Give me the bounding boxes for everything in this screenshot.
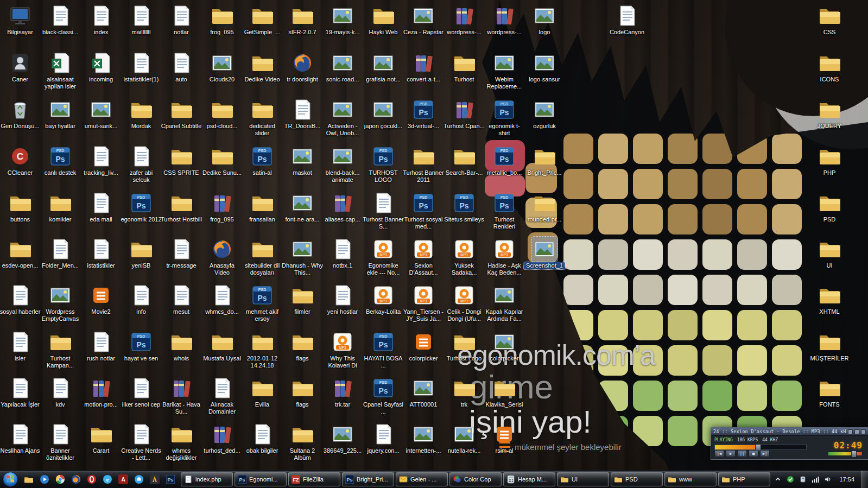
desktop-icon[interactable]: Screenshot_1: [524, 237, 565, 282]
usb-device-icon[interactable]: [799, 475, 807, 484]
desktop-icon[interactable]: Turhost Logo: [443, 329, 485, 375]
taskbar-button[interactable]: UI: [557, 472, 609, 486]
desktop-icon[interactable]: mesut: [161, 283, 202, 328]
desktop-icon[interactable]: tr-message: [161, 237, 202, 282]
desktop-icon[interactable]: FONTS: [809, 376, 850, 421]
desktop-icon[interactable]: Evilla: [242, 376, 283, 421]
desktop-icon[interactable]: rsim-al: [484, 422, 525, 467]
desktop-icon[interactable]: wordpress-...: [443, 3, 485, 49]
desktop-icon[interactable]: Turhost Banner S...: [363, 191, 404, 236]
desktop-icon[interactable]: PHP: [809, 144, 850, 189]
desktop-icon[interactable]: Yapılacak İşler: [0, 376, 41, 421]
desktop-icon[interactable]: bayi fiyatlar: [40, 97, 81, 143]
antivirus-icon[interactable]: [786, 475, 795, 484]
desktop-icon[interactable]: sitebuilder dil dosyaları: [242, 237, 283, 282]
desktop-icon[interactable]: 2012-01-12 14.24.18: [242, 329, 283, 375]
desktop-icon[interactable]: motion-pro...: [80, 376, 122, 421]
desktop-icon[interactable]: Turhost Kampan...: [40, 329, 81, 375]
desktop-icon[interactable]: sonic-road...: [322, 50, 363, 96]
desktop-icon[interactable]: istatistikler(1): [121, 50, 162, 96]
desktop-icon[interactable]: frog_095: [201, 191, 243, 236]
desktop-icon[interactable]: MP3Celik - Dongi Dongi (Ufu...: [443, 283, 485, 328]
desktop-icon[interactable]: esdev-open...: [0, 237, 41, 282]
winamp-stop-button[interactable]: ■: [749, 450, 758, 457]
desktop-icon[interactable]: isler: [0, 329, 41, 375]
messenger-icon[interactable]: [132, 472, 146, 486]
desktop-icon[interactable]: ilker senol cep: [121, 376, 162, 421]
desktop-icon[interactable]: maskot: [282, 144, 323, 189]
desktop-icon[interactable]: XHTML: [809, 283, 850, 328]
desktop-icon[interactable]: Bilgisayar: [0, 3, 41, 49]
desktop-icon[interactable]: CodeCanyon: [606, 3, 648, 49]
desktop-icon[interactable]: psd-cloud...: [201, 97, 243, 143]
media-player-icon[interactable]: [37, 472, 52, 486]
desktop-icon[interactable]: Turhost Cpan...: [443, 97, 485, 143]
desktop-icon[interactable]: Cpanel Subtitle: [161, 97, 202, 143]
desktop-icon[interactable]: TR_DoorsB...: [282, 97, 323, 143]
desktop-icon[interactable]: Hayki Web: [363, 3, 404, 49]
desktop-icon[interactable]: trk.tar: [322, 376, 363, 421]
desktop-icon[interactable]: index: [80, 3, 122, 49]
taskbar-button[interactable]: Color Cop: [449, 472, 502, 486]
desktop-icon[interactable]: sosyal haberler: [0, 283, 41, 328]
desktop-icon[interactable]: Clouds20: [201, 50, 243, 96]
desktop-icon[interactable]: Bright_Pric...: [524, 144, 565, 189]
desktop-icon[interactable]: logo-sansur: [524, 50, 565, 96]
desktop-icon[interactable]: dedicated slider: [242, 97, 283, 143]
desktop-icon[interactable]: Turhost Hostbill: [161, 191, 202, 236]
desktop-icon[interactable]: fransailan: [242, 191, 283, 236]
desktop-icon[interactable]: grafisia-not...: [363, 50, 404, 96]
desktop-icon[interactable]: umut-sarik...: [80, 97, 122, 143]
desktop-icon[interactable]: aliases-cap...: [322, 191, 363, 236]
desktop-icon[interactable]: rounded-pr...: [524, 191, 565, 236]
desktop-icon[interactable]: PSDPsTurhost Renkleri: [484, 191, 525, 236]
desktop-icon[interactable]: flags: [282, 376, 323, 421]
desktop-icon[interactable]: GetSimple_...: [242, 3, 283, 49]
desktop-icon[interactable]: CCCleaner: [0, 144, 41, 189]
desktop-icon[interactable]: MP3Berkay-Lolita: [363, 283, 404, 328]
winamp-volume-slider[interactable]: [828, 452, 863, 456]
desktop-icon[interactable]: 386649_225...: [322, 422, 363, 467]
winamp-minimize-button[interactable]: [848, 429, 853, 434]
desktop-icon[interactable]: Activeden - Owl, Unob...: [322, 97, 363, 143]
desktop-icon[interactable]: logo: [524, 3, 565, 49]
desktop-icon[interactable]: Wordpress EmptyCanvas: [40, 283, 81, 328]
desktop-icon[interactable]: zafer abi selcuk: [121, 144, 162, 189]
chevron-up-icon[interactable]: [774, 475, 782, 484]
desktop-icon[interactable]: Creative Nerds - Lett...: [121, 422, 162, 467]
desktop-icon[interactable]: jquery.con...: [363, 422, 404, 467]
desktop-icon[interactable]: Turhost: [443, 50, 485, 96]
winamp-next-button[interactable]: ▶|: [760, 450, 770, 457]
desktop-icon[interactable]: font-ne-ara...: [282, 191, 323, 236]
desktop-icon[interactable]: PSDPssatin-al: [242, 144, 283, 189]
winamp-previous-button[interactable]: |◀: [714, 450, 724, 457]
desktop-icon[interactable]: rush notlar: [80, 329, 122, 375]
winamp-titlebar[interactable]: 24 :: Sexion D'assaut - Desole :: MP3 ::…: [711, 428, 868, 436]
taskbar-button[interactable]: Hesap M...: [503, 472, 555, 486]
desktop-icon[interactable]: mailllllll: [121, 3, 162, 49]
desktop-icon[interactable]: Anasayfa Video: [201, 237, 243, 282]
desktop-icon[interactable]: Caner: [0, 50, 41, 96]
desktop-icon[interactable]: Folder_Men...: [40, 237, 81, 282]
desktop-icon[interactable]: turhost_ded...: [201, 422, 243, 467]
desktop-icon[interactable]: PSD: [809, 191, 850, 236]
desktop-icon[interactable]: tr doorslight: [282, 50, 323, 96]
desktop-icon[interactable]: MÜŞTERİLER: [809, 329, 850, 375]
desktop-icon[interactable]: japon çocukl...: [363, 97, 404, 143]
desktop-icon[interactable]: MP3Hadise - Aşk Kaç Beden...: [484, 237, 525, 282]
desktop-icon[interactable]: JQUERY: [809, 97, 850, 143]
start-button[interactable]: [0, 471, 21, 488]
desktop-icon[interactable]: flags: [282, 329, 323, 375]
desktop-icon[interactable]: Geri Dönüşü...: [0, 97, 41, 143]
desktop-icon[interactable]: notbx.1: [322, 237, 363, 282]
desktop-icon[interactable]: Webim Replaceme...: [484, 50, 525, 96]
desktop-icon[interactable]: Movie2: [80, 283, 122, 328]
adobe-reader-icon[interactable]: A: [116, 472, 130, 486]
desktop-icon[interactable]: PSDPscanlı destek: [40, 144, 81, 189]
desktop-icon[interactable]: CSS SPRITE: [161, 144, 202, 189]
taskbar-button[interactable]: FZFileZilla: [288, 472, 340, 486]
desktop-icon[interactable]: Dedike Sunu...: [201, 144, 243, 189]
desktop-icon[interactable]: PSDPshayat ve sen: [121, 329, 162, 375]
desktop-icon[interactable]: Kapalı Kapılar Ardında Fa...: [484, 283, 525, 328]
taskbar-clock[interactable]: 17:54: [836, 476, 858, 483]
